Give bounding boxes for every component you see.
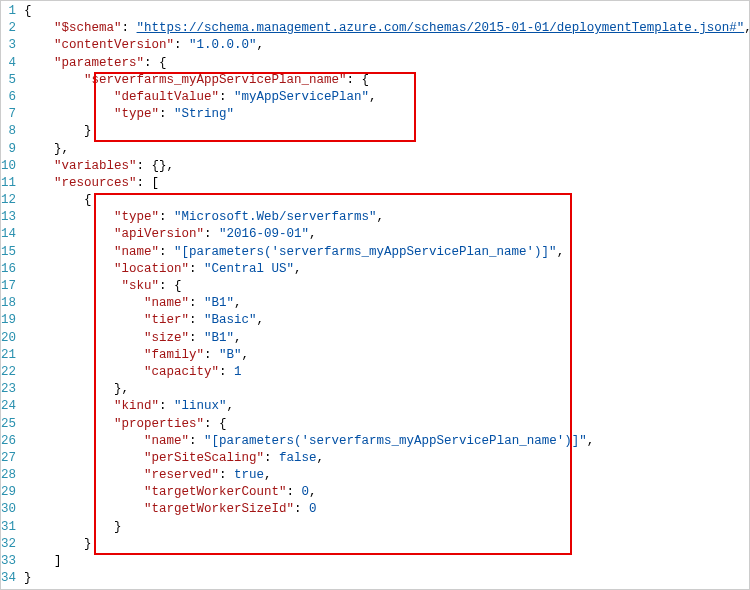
code-line: "reserved": true, [24, 467, 750, 484]
line-number: 10 [1, 158, 16, 175]
line-number: 17 [1, 278, 16, 295]
line-number: 7 [1, 106, 16, 123]
code-line: "capacity": 1 [24, 364, 750, 381]
line-number: 31 [1, 519, 16, 536]
code-line: "tier": "Basic", [24, 312, 750, 329]
line-number: 1 [1, 3, 16, 20]
code-line: }, [24, 381, 750, 398]
code-line: "contentVersion": "1.0.0.0", [24, 37, 750, 54]
line-number: 16 [1, 261, 16, 278]
code-line: ] [24, 553, 750, 570]
code-line: "name": "[parameters('serverfarms_myAppS… [24, 244, 750, 261]
line-number: 8 [1, 123, 16, 140]
line-number: 13 [1, 209, 16, 226]
code-line: "targetWorkerSizeId": 0 [24, 501, 750, 518]
line-number: 33 [1, 553, 16, 570]
code-line: "family": "B", [24, 347, 750, 364]
code-editor[interactable]: 1234567891011121314151617181920212223242… [1, 1, 749, 589]
code-line: "$schema": "https://schema.management.az… [24, 20, 750, 37]
code-content[interactable]: { "$schema": "https://schema.management.… [24, 1, 750, 589]
code-line: } [24, 519, 750, 536]
line-number: 11 [1, 175, 16, 192]
line-number-gutter: 1234567891011121314151617181920212223242… [1, 1, 24, 589]
code-line: "name": "[parameters('serverfarms_myAppS… [24, 433, 750, 450]
code-line: "resources": [ [24, 175, 750, 192]
line-number: 14 [1, 226, 16, 243]
line-number: 25 [1, 416, 16, 433]
line-number: 26 [1, 433, 16, 450]
line-number: 4 [1, 55, 16, 72]
line-number: 27 [1, 450, 16, 467]
line-number: 5 [1, 72, 16, 89]
line-number: 15 [1, 244, 16, 261]
line-number: 24 [1, 398, 16, 415]
code-line: "sku": { [24, 278, 750, 295]
code-line: "name": "B1", [24, 295, 750, 312]
line-number: 34 [1, 570, 16, 587]
code-line: "parameters": { [24, 55, 750, 72]
code-line: "serverfarms_myAppServicePlan_name": { [24, 72, 750, 89]
code-line: "targetWorkerCount": 0, [24, 484, 750, 501]
code-line: "perSiteScaling": false, [24, 450, 750, 467]
code-line: { [24, 3, 750, 20]
line-number: 21 [1, 347, 16, 364]
code-line: "location": "Central US", [24, 261, 750, 278]
line-number: 3 [1, 37, 16, 54]
line-number: 32 [1, 536, 16, 553]
code-line: } [24, 536, 750, 553]
line-number: 6 [1, 89, 16, 106]
code-line: "size": "B1", [24, 330, 750, 347]
line-number: 19 [1, 312, 16, 329]
line-number: 23 [1, 381, 16, 398]
code-line: } [24, 570, 750, 587]
line-number: 12 [1, 192, 16, 209]
code-line: "defaultValue": "myAppServicePlan", [24, 89, 750, 106]
code-line: "type": "Microsoft.Web/serverfarms", [24, 209, 750, 226]
code-line: }, [24, 141, 750, 158]
line-number: 28 [1, 467, 16, 484]
code-line: "properties": { [24, 416, 750, 433]
line-number: 30 [1, 501, 16, 518]
code-line: "type": "String" [24, 106, 750, 123]
line-number: 9 [1, 141, 16, 158]
line-number: 18 [1, 295, 16, 312]
line-number: 20 [1, 330, 16, 347]
code-line: "kind": "linux", [24, 398, 750, 415]
code-line: "variables": {}, [24, 158, 750, 175]
line-number: 29 [1, 484, 16, 501]
code-line: { [24, 192, 750, 209]
line-number: 22 [1, 364, 16, 381]
line-number: 2 [1, 20, 16, 37]
code-line: } [24, 123, 750, 140]
code-line: "apiVersion": "2016-09-01", [24, 226, 750, 243]
